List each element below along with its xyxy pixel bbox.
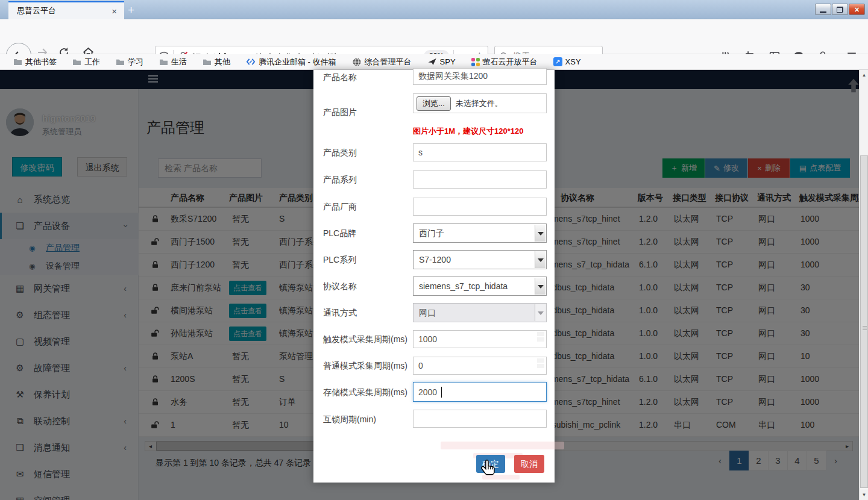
bookmark-folder-other[interactable]: 其他书签 <box>13 57 57 67</box>
field-label-comm: 通讯方式 <box>323 308 357 319</box>
window-minimize-button[interactable] <box>815 4 831 15</box>
field-label-series: 产品系列 <box>323 175 357 186</box>
window-close-button[interactable]: × <box>849 4 865 15</box>
browser-titlebar: 思普云平台 × + × <box>0 0 868 19</box>
number-spinner-icon[interactable] <box>537 332 544 343</box>
bookmark-xsy[interactable]: ↗ XSY <box>553 57 581 66</box>
scrollbar-thumb[interactable] <box>860 155 868 488</box>
plc-brand-select[interactable]: 西门子 <box>413 223 547 243</box>
folder-icon <box>116 58 125 66</box>
text-caret <box>441 387 442 398</box>
dropdown-arrow-icon[interactable] <box>535 225 546 242</box>
folder-icon <box>13 58 22 66</box>
hand-cursor-icon <box>480 459 498 478</box>
plc-series-select[interactable]: S7-1200 <box>413 250 547 269</box>
bookmark-spy[interactable]: SPY <box>427 57 456 66</box>
field-label-plc-brand: PLC品牌 <box>323 228 356 239</box>
field-label-vendor: 产品厂商 <box>323 202 357 213</box>
field-label-storage-period: 存储模式采集周期(ms) <box>323 387 407 398</box>
browser-vertical-scrollbar[interactable]: ▴ ▾ <box>859 70 868 500</box>
product-name-input[interactable] <box>413 68 547 85</box>
folder-icon <box>203 58 212 66</box>
field-label-category: 产品类别 <box>323 148 357 158</box>
product-image-file-input[interactable]: 浏览... 未选择文件。 <box>413 93 547 113</box>
folder-icon <box>159 58 168 66</box>
tab-close-icon[interactable]: × <box>109 6 119 16</box>
bookmark-ezviz[interactable]: 萤石云开放平台 <box>471 57 538 67</box>
field-label-protocol: 协议名称 <box>323 281 357 292</box>
thumb-grip-icon <box>863 326 867 331</box>
dropdown-arrow-icon[interactable] <box>535 278 546 295</box>
bookmark-misc[interactable]: 其他 <box>203 57 230 67</box>
image-size-hint: 图片小于1M，建议尺寸120*120 <box>413 126 524 137</box>
bookmark-tencent-mail[interactable]: 腾讯企业邮箱 - 收件箱 <box>246 57 336 67</box>
field-label-interlock: 互锁周期(min) <box>323 414 376 425</box>
field-label-plc-series: PLC系列 <box>323 255 356 266</box>
no-file-text: 未选择文件。 <box>456 98 503 109</box>
field-label-normal-period: 普通模式采集周期(ms) <box>323 361 407 372</box>
globe-icon <box>352 57 362 67</box>
artifact-bar <box>441 442 564 449</box>
field-label-image: 产品图片 <box>323 107 357 118</box>
interlock-period-input[interactable] <box>413 410 547 428</box>
product-vendor-input[interactable] <box>413 198 547 216</box>
dropdown-arrow-icon <box>535 304 546 321</box>
bookmark-study[interactable]: 学习 <box>116 57 143 67</box>
trigger-period-input[interactable] <box>413 330 547 348</box>
product-series-input[interactable] <box>413 170 547 189</box>
folder-icon <box>72 58 81 66</box>
screen: 思普云平台 × + × iot.idosp.net/admin/index.ht… <box>0 0 868 500</box>
bookmark-life[interactable]: 生活 <box>159 57 187 67</box>
window-restore-button[interactable] <box>832 4 848 15</box>
bookmark-mgmt-platform[interactable]: 综合管理平台 <box>352 57 412 67</box>
comm-mode-select-disabled: 网口 <box>413 303 547 322</box>
page-viewport: hignton2019 系统管理员 修改密码 退出系统 ⌂ 系统总览 ❏ 产品设… <box>0 70 868 500</box>
ezviz-color-grid-icon <box>471 58 480 66</box>
scroll-up-icon[interactable]: ▴ <box>860 70 868 80</box>
product-edit-modal: 产品名称 产品图片 浏览... 未选择文件。 图片小于1M，建议尺寸120*12… <box>313 70 555 483</box>
bookmark-work[interactable]: 工作 <box>72 57 100 67</box>
restore-icon <box>837 7 843 13</box>
product-category-input[interactable] <box>413 143 547 161</box>
paper-plane-icon <box>427 57 437 66</box>
tab-title: 思普云平台 <box>17 5 109 16</box>
browser-tab[interactable]: 思普云平台 × <box>8 1 124 19</box>
normal-period-input[interactable] <box>413 357 547 375</box>
field-label-name: 产品名称 <box>323 72 357 83</box>
cancel-button[interactable]: 取消 <box>514 455 544 473</box>
scroll-down-icon[interactable]: ▾ <box>860 490 868 500</box>
minimize-icon <box>820 11 826 13</box>
blue-arrow-square-icon: ↗ <box>553 57 562 66</box>
close-icon: × <box>854 5 859 14</box>
protocol-select[interactable]: siemens_s7_tcp_hidata <box>413 277 547 296</box>
new-tab-button[interactable]: + <box>128 4 134 17</box>
number-spinner-icon[interactable] <box>537 358 544 369</box>
browse-button[interactable]: 浏览... <box>417 96 451 111</box>
browser-toolbar: iot.idosp.net/admin/index.html?langu 80%… <box>0 19 868 54</box>
storage-period-input[interactable] <box>413 382 547 402</box>
dropdown-arrow-icon[interactable] <box>535 251 546 268</box>
field-label-trigger-period: 触发模式采集周期(ms) <box>323 334 407 345</box>
tencent-mail-icon <box>246 57 256 66</box>
